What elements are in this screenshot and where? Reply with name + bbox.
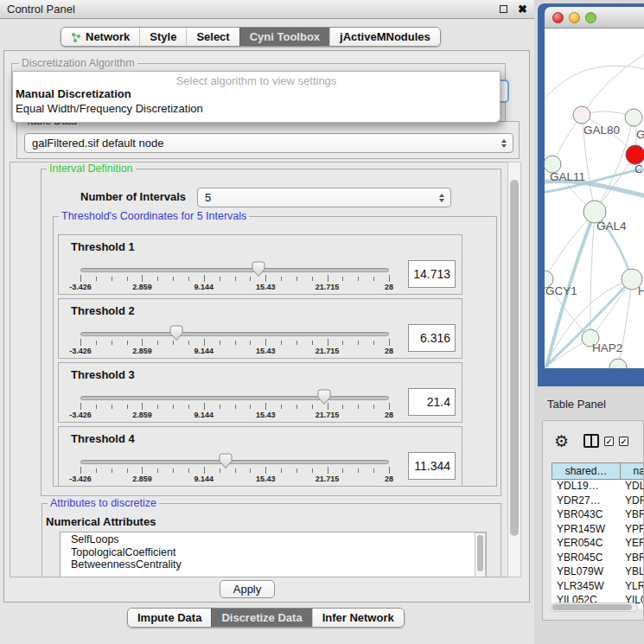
tab-cyni-toolbox[interactable]: Cyni Toolbox xyxy=(239,28,329,46)
settings-scroll-viewport: Interval Definition Number of Intervals … xyxy=(10,162,508,577)
table-data-combo[interactable]: galFiltered.sif default node xyxy=(24,133,513,153)
tab-infer-network[interactable]: Infer Network xyxy=(312,609,404,627)
checkbox-icon[interactable]: ✓ xyxy=(604,437,614,446)
table-cell[interactable]: YLR345W xyxy=(621,580,644,595)
slider-tick xyxy=(296,341,297,345)
threshold-value-field[interactable]: 21.4 xyxy=(408,388,456,416)
threshold-value-field[interactable]: 6.316 xyxy=(408,324,456,352)
slider-tick-label: 2.859 xyxy=(132,347,152,355)
attribute-item[interactable]: SelfLoops xyxy=(61,532,486,545)
threshold-slider-track[interactable] xyxy=(80,396,389,400)
table-row[interactable]: YBL079WYBL079W xyxy=(552,565,644,580)
table-cell[interactable]: YPR145W xyxy=(621,523,644,538)
settings-scrollbar[interactable] xyxy=(507,162,521,577)
network-node-label: GAL80 xyxy=(583,124,620,137)
table-hscrollbar[interactable] xyxy=(551,603,638,612)
settings-scrollbar-thumb[interactable] xyxy=(510,180,519,536)
slider-tick xyxy=(296,469,297,473)
table-cell[interactable]: YDR27… xyxy=(621,494,644,509)
table-cell[interactable]: YDL19… xyxy=(552,480,621,494)
numerical-attributes-list[interactable]: SelfLoopsTopologicalCoefficientBetweenne… xyxy=(60,532,487,577)
threshold-slider-thumb[interactable] xyxy=(169,325,183,341)
slider-tick xyxy=(80,403,81,410)
threshold-slider-thumb[interactable] xyxy=(317,389,331,405)
tab-style[interactable]: Style xyxy=(139,28,186,46)
table-row[interactable]: YLR345WYLR345W xyxy=(552,580,644,595)
slider-tick xyxy=(281,341,282,345)
tab-select[interactable]: Select xyxy=(186,28,239,46)
slider-tick xyxy=(373,277,374,281)
threshold-value-field[interactable]: 11.344 xyxy=(408,452,456,480)
slider-tick xyxy=(235,405,236,409)
table-cell[interactable]: YBR043C xyxy=(621,508,644,523)
gear-icon[interactable]: ⚙ xyxy=(554,433,569,450)
threshold-slider-track[interactable] xyxy=(80,460,389,464)
table-cell[interactable]: YDL19… xyxy=(621,480,644,494)
table-header-shared-name[interactable]: shared… xyxy=(552,462,621,480)
network-view-window: GAL80GACGAL11GAL4GCY1HHAP2 xyxy=(538,3,644,386)
threshold-slider-thumb[interactable] xyxy=(219,453,233,469)
network-edge[interactable] xyxy=(545,212,595,279)
table-cell[interactable]: YDR27… xyxy=(552,494,621,509)
stepper-icons xyxy=(439,194,444,202)
threshold-value-field[interactable]: 14.713 xyxy=(408,260,456,288)
network-edge[interactable] xyxy=(582,53,644,115)
minimize-window-icon[interactable] xyxy=(569,12,580,23)
threshold-label: Threshold 2 xyxy=(71,304,135,317)
popup-item-equal-width-frequency-discretization[interactable]: Equal Width/Frequency Discretization xyxy=(13,101,500,116)
tab-network[interactable]: Network xyxy=(61,28,139,46)
split-table-icon[interactable] xyxy=(583,434,599,448)
tab-label: Impute Data xyxy=(137,611,201,624)
apply-button[interactable]: Apply xyxy=(220,580,275,598)
slider-tick xyxy=(235,469,236,473)
network-node-label: HAP2 xyxy=(592,341,622,354)
threshold-slider-track[interactable] xyxy=(80,332,389,336)
network-icon xyxy=(71,32,81,42)
network-node[interactable] xyxy=(573,106,590,124)
attributes-scrollbar[interactable] xyxy=(475,532,486,577)
threshold-slider-thumb[interactable] xyxy=(252,261,265,277)
table-cell[interactable]: YPR145W xyxy=(552,523,621,538)
table-cell[interactable]: YBR043C xyxy=(552,508,621,523)
tab-impute-data[interactable]: Impute Data xyxy=(128,609,211,627)
slider-tick xyxy=(204,467,205,474)
network-node[interactable] xyxy=(625,109,642,126)
table-cell[interactable]: YLR345W xyxy=(552,580,621,595)
close-window-icon[interactable] xyxy=(552,12,564,23)
table-row[interactable]: YDR27…YDR27… xyxy=(552,494,644,509)
table-cell[interactable]: YER054C xyxy=(621,537,644,552)
slider-tick xyxy=(389,275,390,282)
network-node[interactable] xyxy=(609,359,627,368)
attribute-item[interactable]: BetweennessCentrality xyxy=(61,558,486,571)
table-cell[interactable]: YBR045C xyxy=(621,552,644,566)
slider-tick xyxy=(188,341,189,345)
threshold-slider-track[interactable] xyxy=(80,268,389,272)
table-row[interactable]: YBR045CYBR045C xyxy=(552,552,644,566)
attributes-scrollbar-thumb[interactable] xyxy=(477,535,483,571)
table-cell[interactable]: YBL079W xyxy=(621,565,644,580)
float-panel-icon[interactable] xyxy=(500,5,507,13)
table-cell[interactable]: YER054C xyxy=(552,537,621,552)
table-row[interactable]: YBR043CYBR043C xyxy=(552,508,644,523)
num-intervals-combo[interactable]: 5 xyxy=(197,188,451,207)
table-header-name[interactable]: name xyxy=(621,462,644,480)
close-icon[interactable]: ✖ xyxy=(518,3,527,15)
threshold-2-panel: Threshold 2-3.4262.8599.14415.4321.71528… xyxy=(58,298,462,359)
slider-tick xyxy=(373,469,374,473)
table-hscrollbar-thumb[interactable] xyxy=(552,604,632,610)
table-row[interactable]: YDL19…YDL19… xyxy=(552,480,644,494)
zoom-window-icon[interactable] xyxy=(585,12,596,23)
table-cell[interactable]: YBL079W xyxy=(552,565,621,580)
tab-jactivemnodules[interactable]: jActiveMNodules xyxy=(329,28,440,46)
attribute-item[interactable]: TopologicalCoefficient xyxy=(61,545,486,558)
table-row[interactable]: YPR145WYPR145W xyxy=(552,523,644,538)
table-row[interactable]: YER054CYER054C xyxy=(552,537,644,552)
tab-discretize-data[interactable]: Discretize Data xyxy=(211,609,311,627)
popup-item-manual-discretization[interactable]: Manual Discretization xyxy=(13,86,500,101)
checkbox-icon[interactable]: ✓ xyxy=(619,437,628,446)
slider-tick-label: 15.43 xyxy=(256,347,276,355)
network-node[interactable] xyxy=(626,145,644,164)
table-cell[interactable]: YBR045C xyxy=(552,552,621,566)
network-edge[interactable] xyxy=(545,66,644,105)
network-canvas[interactable]: GAL80GACGAL11GAL4GCY1HHAP2 xyxy=(545,29,644,368)
